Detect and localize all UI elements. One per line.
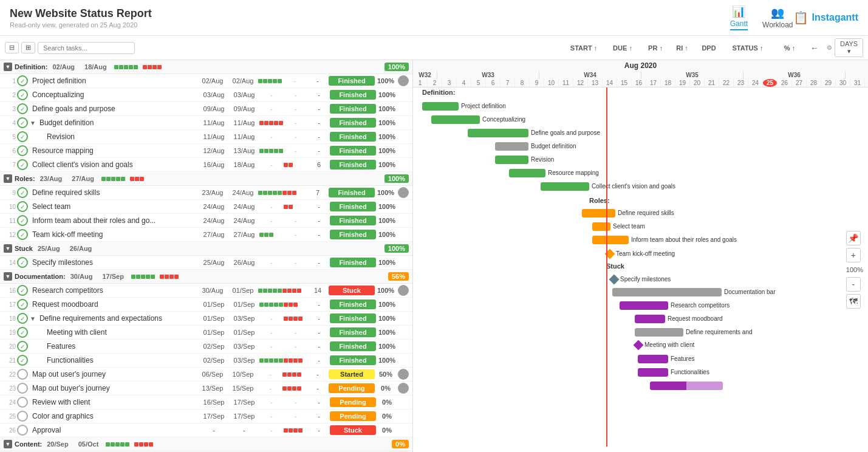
task-row-0-4[interactable]: 5 ✓ Revision 11/Aug 11/Aug - - - Finishe…: [0, 130, 412, 144]
group-toggle-3[interactable]: ▼: [4, 272, 12, 281]
task-row-3-8[interactable]: 24 Review with client 16/Sep 17/Sep - - …: [0, 396, 412, 409]
gantt-day-13: 13: [588, 79, 603, 87]
task-check[interactable]: ✓: [17, 327, 28, 338]
task-check[interactable]: ✓: [17, 257, 28, 268]
task-check[interactable]: ✓: [17, 285, 28, 296]
task-check[interactable]: ✓: [17, 131, 28, 142]
task-row-0-6[interactable]: 7 ✓ Collect client's vision and goals 16…: [0, 158, 412, 172]
task-check[interactable]: ✓: [17, 159, 28, 170]
gantt-day-4: 4: [457, 79, 471, 87]
task-check[interactable]: ✓: [17, 215, 28, 226]
task-group-header-3: ▼ Documentation: 30/Aug 17/Sep 56%: [0, 270, 412, 284]
header-nav: 📊 Gantt 👥 Workload: [730, 5, 793, 30]
task-status: Stuck: [330, 425, 376, 435]
group-pct-3: 56%: [388, 272, 409, 281]
gantt-bars-container: Definition:Project definitionConceptuali…: [413, 87, 868, 447]
task-pct: 100%: [376, 301, 398, 308]
task-row-0-1[interactable]: 2 ✓ Conceptualizing 03/Aug 03/Aug - - - …: [0, 88, 412, 102]
back-arrow[interactable]: ←: [807, 43, 822, 53]
task-check[interactable]: ✓: [17, 313, 28, 324]
gantt-day-1: 1: [865, 79, 868, 87]
task-check[interactable]: ✓: [17, 103, 28, 114]
task-check[interactable]: [17, 411, 28, 422]
gantt-milestone-label: Team kick-off meeting: [616, 250, 675, 257]
task-check[interactable]: ✓: [17, 341, 28, 352]
task-pct: 100%: [376, 119, 398, 126]
task-check[interactable]: ✓: [17, 89, 28, 100]
search-input[interactable]: [38, 42, 135, 54]
group-toggle-4[interactable]: ▼: [4, 440, 12, 448]
task-due: 11/Aug: [229, 133, 259, 140]
nav-workload[interactable]: 👥 Workload: [762, 6, 793, 29]
task-due: 24/Aug: [229, 203, 259, 210]
gantt-bar-label: Resource mapping: [548, 170, 599, 176]
task-dpd: -: [308, 217, 330, 224]
task-check[interactable]: [17, 425, 28, 436]
task-status: Finished: [330, 146, 376, 156]
collapse-all-button[interactable]: ⊟: [5, 42, 19, 53]
nav-gantt[interactable]: 📊 Gantt: [730, 5, 748, 30]
gantt-pin-button[interactable]: 📌: [846, 231, 861, 245]
task-check[interactable]: [17, 397, 28, 408]
task-name: Map out user's journey: [30, 370, 197, 378]
task-num: 12: [4, 231, 16, 238]
task-row-3-4[interactable]: 20 ✓ Features 02/Sep 03/Sep - - - Finish…: [0, 340, 412, 354]
task-row-3-9[interactable]: 25 Color and graphics 17/Sep 17/Sep - - …: [0, 409, 412, 423]
task-row-3-2[interactable]: 18 ✓ ▼ Define requirements and expectati…: [0, 312, 412, 326]
gantt-settings-icon[interactable]: ⚙: [827, 44, 832, 51]
gantt-zoom-out-button[interactable]: -: [846, 277, 861, 292]
task-avatar: [398, 383, 409, 394]
task-row-0-0[interactable]: 1 ✓ Project definition 02/Aug 02/Aug - -…: [0, 74, 412, 88]
expand-all-button[interactable]: ⊞: [21, 42, 35, 53]
task-pct: 100%: [375, 77, 397, 84]
days-button[interactable]: DAYS ▾: [835, 38, 863, 57]
task-row-3-7[interactable]: 23 Map out buyer's journey 13/Sep 15/Sep…: [0, 382, 412, 396]
task-check[interactable]: ✓: [17, 187, 28, 198]
gantt-day-17: 17: [646, 79, 661, 87]
group-toggle-1[interactable]: ▼: [4, 174, 12, 183]
week-w35: W35: [641, 71, 743, 79]
task-row-3-3[interactable]: 19 ✓ Meeting with client 01/Sep 01/Sep -…: [0, 326, 412, 340]
group-toggle-0[interactable]: ▼: [4, 63, 12, 71]
task-check[interactable]: ✓: [17, 75, 28, 86]
group-name-2: Stuck: [15, 245, 33, 252]
task-row-1-2[interactable]: 11 ✓ Inform team about their roles and g…: [0, 214, 412, 228]
task-pct: 0%: [376, 413, 398, 420]
task-row-3-5[interactable]: 21 ✓ Functionalities 02/Sep 03/Sep - Fin…: [0, 354, 412, 368]
task-row-0-3[interactable]: 4 ✓ ▼ Budget definition 11/Aug 11/Aug - …: [0, 116, 412, 130]
gantt-day-2: 2: [428, 79, 442, 87]
task-dpd: -: [308, 426, 330, 434]
task-row-1-3[interactable]: 12 ✓ Team kick-off meeting 27/Aug 27/Aug…: [0, 228, 412, 242]
task-check[interactable]: [17, 369, 28, 380]
task-check[interactable]: ✓: [17, 229, 28, 240]
task-check[interactable]: ✓: [17, 355, 28, 366]
col-header-pr: PR ↑: [643, 44, 668, 52]
task-row-3-6[interactable]: 22 Map out user's journey 06/Sep 10/Sep …: [0, 368, 412, 382]
gantt-day-16: 16: [632, 79, 646, 87]
task-check[interactable]: ✓: [17, 299, 28, 310]
task-check[interactable]: ✓: [17, 201, 28, 212]
gantt-bar: [592, 222, 610, 231]
task-row-3-1[interactable]: 17 ✓ Request moodboard 01/Sep 01/Sep - F…: [0, 298, 412, 312]
task-pct: 100%: [376, 357, 398, 364]
task-dpd: 7: [307, 189, 329, 196]
task-row-0-5[interactable]: 6 ✓ Resource mapping 12/Aug 13/Aug - - F…: [0, 144, 412, 158]
task-due: 26/Aug: [229, 259, 259, 266]
group-toggle-2[interactable]: ▼: [4, 244, 12, 253]
gantt-map-button[interactable]: 🗺: [846, 294, 861, 309]
group-due-0: 18/Aug: [84, 63, 107, 70]
gantt-bar: [509, 169, 545, 177]
task-dpd: -: [308, 413, 330, 420]
task-check[interactable]: ✓: [17, 145, 28, 156]
task-check[interactable]: [17, 383, 28, 394]
gantt-day-5: 5: [471, 79, 486, 87]
task-row-1-0[interactable]: 9 ✓ Define required skills 23/Aug 24/Aug…: [0, 186, 412, 200]
task-row-3-0[interactable]: 16 ✓ Research competitors 30/Aug 01/Sep …: [0, 284, 412, 298]
gantt-zoom-in-button[interactable]: +: [846, 248, 861, 262]
task-status: Finished: [330, 341, 376, 351]
task-row-1-1[interactable]: 10 ✓ Select team 24/Aug 24/Aug - - Finis…: [0, 200, 412, 214]
task-row-2-0[interactable]: 14 ✓ Specify milestones 25/Aug 26/Aug - …: [0, 256, 412, 270]
task-row-0-2[interactable]: 3 ✓ Define goals and purpose 09/Aug 09/A…: [0, 102, 412, 116]
task-check[interactable]: ✓: [17, 117, 28, 128]
task-row-3-10[interactable]: 26 Approval - - - - Stuck 0%: [0, 423, 412, 437]
